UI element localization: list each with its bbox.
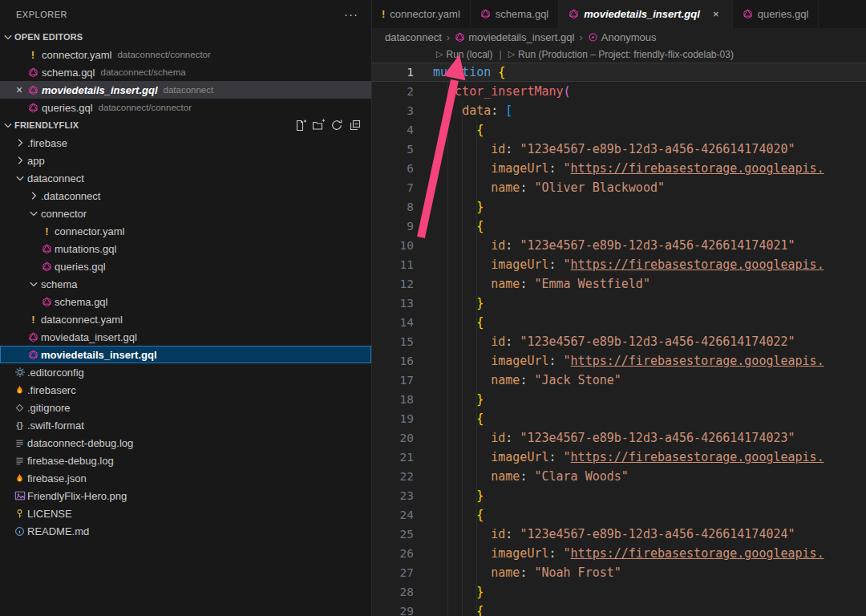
code-text: actor_insertMany( <box>414 84 571 99</box>
line-number: 18 <box>372 393 414 406</box>
tree-item[interactable]: firebase.json <box>0 469 371 487</box>
code-line[interactable]: 26 imageUrl: "https://firebasestorage.go… <box>372 544 866 563</box>
code-text: name: "Oliver Blackwood" <box>414 180 665 195</box>
tree-item[interactable]: {} .swift-format <box>0 416 371 434</box>
tree-item[interactable]: app <box>0 152 371 169</box>
refresh-button[interactable] <box>329 117 345 133</box>
code-area[interactable]: 1mutation {2 actor_insertMany(3 data: [4… <box>372 63 866 616</box>
tree-item[interactable]: dataconnect <box>0 169 371 187</box>
tree-item[interactable]: .editorconfig <box>0 363 371 381</box>
chevron-down-icon <box>2 30 14 43</box>
code-line[interactable]: 5 id: "123e4567-e89b-12d3-a456-426614174… <box>372 140 866 159</box>
fire-icon <box>13 385 26 395</box>
code-line[interactable]: 27 name: "Noah Frost" <box>372 563 866 582</box>
code-line[interactable]: 16 imageUrl: "https://firebasestorage.go… <box>372 351 866 371</box>
tree-item-label: moviedata_insert.gql <box>41 331 137 343</box>
code-text: } <box>414 392 484 407</box>
code-line[interactable]: 9 { <box>372 217 866 236</box>
code-line[interactable]: 7 name: "Oliver Blackwood" <box>372 178 866 197</box>
line-number: 1 <box>372 66 414 79</box>
code-line[interactable]: 17 name: "Jack Stone" <box>372 371 866 390</box>
log-icon <box>13 456 26 466</box>
code-line[interactable]: 1mutation { <box>372 63 866 82</box>
run-local-link[interactable]: ▷ Run (local) <box>436 49 493 60</box>
code-line[interactable]: 18 } <box>372 390 866 409</box>
editor-group: ! connector.yaml schema.gql moviedetails… <box>372 0 866 616</box>
code-line[interactable]: 21 imageUrl: "https://firebasestorage.go… <box>372 448 866 467</box>
tree-item[interactable]: ! dataconnect.yaml <box>0 310 371 328</box>
file-path: dataconnect/connector <box>99 103 192 112</box>
tree-item[interactable]: .gitignore <box>0 399 371 416</box>
editor-tab[interactable]: ! connector.yaml <box>372 0 471 28</box>
line-number: 27 <box>372 566 414 579</box>
breadcrumb-item[interactable]: moviedetails_insert.gql <box>455 31 574 43</box>
tree-item[interactable]: firebase-debug.log <box>0 452 371 469</box>
more-actions-button[interactable]: ··· <box>344 10 358 18</box>
breadcrumb-item[interactable]: Anonymous <box>588 31 657 43</box>
tree-item[interactable]: README.md <box>0 522 371 540</box>
line-number: 22 <box>372 470 414 483</box>
code-line[interactable]: 10 id: "123e4567-e89b-12d3-a456-42661417… <box>372 236 866 255</box>
code-line[interactable]: 20 id: "123e4567-e89b-12d3-a456-42661417… <box>372 428 866 448</box>
breadcrumb-label: moviedetails_insert.gql <box>468 31 574 43</box>
tree-item[interactable]: connector <box>0 205 371 222</box>
line-number: 14 <box>372 316 414 329</box>
tree-item[interactable]: dataconnect-debug.log <box>0 434 371 452</box>
tree-item[interactable]: ! connector.yaml <box>0 222 371 240</box>
close-icon[interactable]: × <box>13 83 26 96</box>
code-line[interactable]: 12 name: "Emma Westfield" <box>372 274 866 294</box>
tree-item[interactable]: .firebaserc <box>0 381 371 399</box>
code-line[interactable]: 29 { <box>372 602 866 616</box>
tree-item-label: mutations.gql <box>55 243 116 255</box>
open-editor-item[interactable]: schema.gql dataconnect/schema <box>0 63 371 81</box>
code-line[interactable]: 2 actor_insertMany( <box>372 82 866 101</box>
code-line[interactable]: 22 name: "Clara Woods" <box>372 467 866 486</box>
collapse-all-button[interactable] <box>347 117 363 133</box>
editor-tab[interactable]: moviedetails_insert.gql × <box>559 0 733 28</box>
tree-item-label: firebase-debug.log <box>27 455 114 467</box>
code-line[interactable]: 28 } <box>372 582 866 602</box>
workspace-header[interactable]: FRIENDLYFLIX <box>0 116 371 134</box>
tree-item[interactable]: .dataconnect <box>0 187 371 205</box>
tree-item[interactable]: FriendlyFlix-Hero.png <box>0 487 371 505</box>
code-line[interactable]: 3 data: [ <box>372 101 866 120</box>
diamond-icon <box>13 403 26 413</box>
code-text: name: "Jack Stone" <box>414 373 621 387</box>
code-line[interactable]: 19 { <box>372 409 866 428</box>
code-line[interactable]: 4 { <box>372 120 866 140</box>
tree-item[interactable]: moviedetails_insert.gql <box>0 346 371 363</box>
tree-item[interactable]: schema <box>0 275 371 293</box>
tree-item[interactable]: schema.gql <box>0 293 371 310</box>
open-editor-item[interactable]: ! connector.yaml dataconnect/connector <box>0 46 371 63</box>
tree-item[interactable]: queries.gql <box>0 257 371 275</box>
line-number: 28 <box>372 586 414 598</box>
tree-item[interactable]: moviedata_insert.gql <box>0 328 371 346</box>
tree-item[interactable]: mutations.gql <box>0 240 371 257</box>
chevron-down-icon <box>2 119 14 132</box>
open-editor-item[interactable]: queries.gql dataconnect/connector <box>0 99 371 116</box>
code-line[interactable]: 14 { <box>372 313 866 332</box>
new-file-button[interactable] <box>292 117 308 133</box>
code-line[interactable]: 11 imageUrl: "https://firebasestorage.go… <box>372 255 866 274</box>
code-line[interactable]: 23 } <box>372 486 866 505</box>
code-line[interactable]: 25 id: "123e4567-e89b-12d3-a456-42661417… <box>372 525 866 544</box>
code-text: { <box>414 315 484 330</box>
tab-close-button[interactable]: × <box>710 8 722 20</box>
code-text: name: "Noah Frost" <box>414 565 621 580</box>
code-line[interactable]: 8 } <box>372 197 866 217</box>
open-editor-item[interactable]: × moviedetails_insert.gql dataconnect <box>0 81 371 99</box>
open-editors-header[interactable]: OPEN EDITORS <box>0 28 371 46</box>
run-production-link[interactable]: ▷ Run (Production – Project: friendly-fl… <box>508 49 734 60</box>
code-line[interactable]: 15 id: "123e4567-e89b-12d3-a456-42661417… <box>372 332 866 351</box>
new-folder-button[interactable] <box>310 117 326 133</box>
file-path: dataconnect/connector <box>117 50 210 59</box>
code-line[interactable]: 24 { <box>372 505 866 525</box>
code-text: } <box>414 296 484 310</box>
tree-item[interactable]: LICENSE <box>0 505 371 522</box>
code-line[interactable]: 13 } <box>372 294 866 313</box>
editor-tab[interactable]: schema.gql <box>471 0 559 28</box>
code-line[interactable]: 6 imageUrl: "https://firebasestorage.goo… <box>372 159 866 178</box>
tree-item[interactable]: .firebase <box>0 134 371 152</box>
editor-tab[interactable]: queries.gql <box>733 0 819 28</box>
breadcrumb-item[interactable]: dataconnect <box>385 31 442 43</box>
